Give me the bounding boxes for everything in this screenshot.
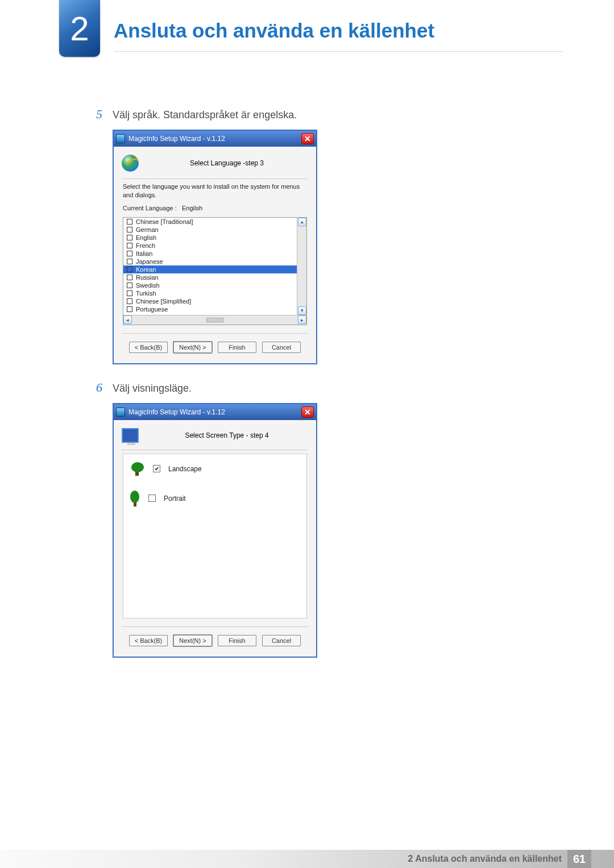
language-item[interactable]: French [123,242,297,250]
app-icon [116,134,125,143]
dialog-select-language: MagicInfo Setup Wizard - v.1.12 ✕ Select… [113,130,317,364]
language-listbox[interactable]: Chinese [Traditional]GermanEnglishFrench… [123,217,307,325]
language-label: English [136,234,156,241]
instruction-text: Select the language you want to install … [118,182,312,204]
language-label: Korean [136,266,156,273]
checkbox-icon[interactable] [127,251,132,256]
close-button[interactable]: ✕ [301,406,314,418]
step-5: 5 Välj språk. Standardspråket är engelsk… [91,107,540,122]
panel-title: Select Screen Type - step 4 [146,431,308,439]
page-number: 61 [567,850,591,868]
scroll-left-icon[interactable]: ◂ [123,315,132,324]
step-number: 5 [91,107,102,122]
option-portrait[interactable]: Portrait [130,491,300,506]
checkbox-icon[interactable] [127,275,132,280]
step-text: Välj visningsläge. [113,380,192,395]
landscape-tree-icon [130,462,145,476]
language-label: Turkish [136,290,156,297]
chapter-title: Ansluta och använda en källenhet [114,19,434,42]
dialog-screen-type: MagicInfo Setup Wizard - v.1.12 ✕ Select… [113,403,317,658]
language-item[interactable]: Portuguese [123,305,297,313]
checkbox-icon[interactable] [127,298,132,304]
language-item[interactable]: English [123,234,297,242]
language-label: Chinese [Traditional] [136,218,193,225]
cancel-button[interactable]: Cancel [262,635,301,646]
checkbox-icon[interactable] [127,243,132,248]
language-item[interactable]: Chinese [Traditional] [123,218,297,226]
checkbox-icon[interactable] [127,290,132,296]
option-landscape[interactable]: Landscape [130,462,300,476]
language-item[interactable]: Swedish [123,281,297,289]
page-footer: 2 Ansluta och använda en källenhet 61 [0,850,614,868]
checkbox-icon[interactable] [127,306,132,312]
horizontal-scrollbar[interactable]: ◂ ▸ [123,315,306,325]
chapter-tab: 2 [59,0,100,57]
language-label: French [136,242,155,249]
language-item[interactable]: Italian [123,250,297,258]
back-button[interactable]: < Back(B) [129,342,168,353]
scroll-right-icon[interactable]: ▸ [298,315,306,324]
titlebar: MagicInfo Setup Wizard - v.1.12 ✕ [114,404,316,420]
vertical-scrollbar[interactable]: ▴ ▾ [297,218,306,315]
titlebar: MagicInfo Setup Wizard - v.1.12 ✕ [114,131,316,147]
next-button[interactable]: Next(N) > [173,635,212,646]
step-number: 6 [91,380,102,395]
checkbox-icon[interactable] [127,267,132,272]
language-label: Swedish [136,282,160,289]
checkbox-icon[interactable] [127,235,132,240]
portrait-tree-icon [130,491,140,506]
footer-text: 2 Ansluta och använda en källenhet [408,854,562,864]
panel-title: Select Language -step 3 [146,159,308,167]
language-item[interactable]: Chinese [Simplified] [123,297,297,305]
app-icon [116,408,125,417]
globe-icon [122,155,139,172]
next-button[interactable]: Next(N) > [173,342,212,353]
checkbox-icon[interactable] [127,259,132,264]
language-label: Chinese [Simplified] [136,298,191,305]
dialog-title: MagicInfo Setup Wizard - v.1.12 [128,408,301,416]
language-item[interactable]: German [123,226,297,234]
cancel-button[interactable]: Cancel [262,342,301,353]
checkbox-icon[interactable] [127,283,132,288]
language-label: Italian [136,250,152,257]
chapter-number: 2 [70,9,89,48]
back-button[interactable]: < Back(B) [129,635,168,646]
language-item[interactable]: Japanese [123,258,297,265]
landscape-checkbox[interactable] [153,465,160,472]
language-item[interactable]: Turkish [123,289,297,297]
orientation-panel: Landscape Portrait [123,454,307,618]
monitor-icon [122,428,139,443]
portrait-checkbox[interactable] [148,495,156,502]
step-text: Välj språk. Standardspråket är engelska. [113,107,297,122]
scroll-down-icon[interactable]: ▾ [298,306,306,315]
close-button[interactable]: ✕ [301,133,314,144]
language-label: Portuguese [136,306,168,313]
scroll-up-icon[interactable]: ▴ [298,218,306,226]
checkbox-icon[interactable] [127,227,132,232]
finish-button[interactable]: Finish [218,635,256,646]
finish-button[interactable]: Finish [218,342,256,353]
step-6: 6 Välj visningsläge. [91,380,540,395]
language-label: German [136,226,159,233]
title-rule [114,51,563,52]
current-language: Current Language : Engilsh [118,204,312,217]
landscape-label: Landscape [168,465,202,473]
dialog-title: MagicInfo Setup Wizard - v.1.12 [128,135,301,143]
language-item[interactable]: Korean [123,265,297,273]
checkbox-icon[interactable] [127,219,132,225]
language-label: Russian [136,274,159,281]
language-label: Japanese [136,258,163,265]
portrait-label: Portrait [164,495,186,502]
language-item[interactable]: Russian [123,273,297,281]
